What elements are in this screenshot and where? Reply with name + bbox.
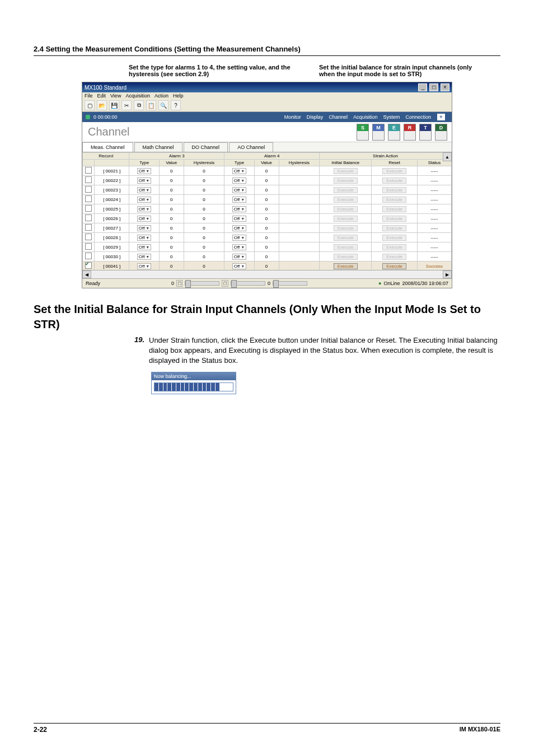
alarm3-hysteresis[interactable]: 0	[184, 262, 224, 270]
alarm3-type-dropdown[interactable]: Off▼	[129, 214, 159, 223]
alarm4-value[interactable]: 0	[254, 223, 279, 233]
alarm4-hysteresis[interactable]	[279, 185, 320, 195]
record-checkbox[interactable]	[83, 185, 95, 195]
alarm4-type-dropdown[interactable]: Off▼	[224, 195, 254, 204]
tab-do-channel[interactable]: DO Channel	[184, 142, 228, 152]
slider-1[interactable]	[185, 281, 219, 286]
alarm4-hysteresis[interactable]	[279, 166, 320, 176]
alarm3-value[interactable]: 0	[159, 214, 184, 223]
alarm4-type-dropdown[interactable]: Off▼	[224, 204, 254, 214]
tab-meas-channel[interactable]: Meas. Channel	[82, 142, 133, 152]
alarm4-value[interactable]: 0	[254, 185, 279, 195]
alarm4-hysteresis[interactable]	[279, 252, 320, 262]
nav-channel[interactable]: Channel	[329, 114, 348, 120]
record-checkbox[interactable]	[83, 223, 95, 233]
alarm3-type-dropdown[interactable]: Off▼	[129, 176, 159, 185]
record-checkbox[interactable]	[83, 204, 95, 214]
menu-file[interactable]: File	[85, 93, 93, 99]
alarm4-type-dropdown[interactable]: Off▼	[224, 214, 254, 223]
alarm3-hysteresis[interactable]: 0	[184, 185, 224, 195]
alarm4-hysteresis[interactable]	[279, 233, 320, 242]
record-checkbox[interactable]	[83, 242, 95, 252]
alarm4-type-dropdown[interactable]: Off▼	[224, 166, 254, 176]
tab-math-channel[interactable]: Math Channel	[134, 142, 182, 152]
record-checkbox[interactable]	[83, 233, 95, 242]
alarm4-type-dropdown[interactable]: Off▼	[224, 252, 254, 262]
alarm4-value[interactable]: 0	[254, 252, 279, 262]
alarm3-hysteresis[interactable]: 0	[184, 223, 224, 233]
alarm3-type-dropdown[interactable]: Off▼	[129, 252, 159, 262]
alarm4-hysteresis[interactable]	[279, 204, 320, 214]
initial-balance-button[interactable]: Execute	[320, 262, 372, 270]
alarm4-value[interactable]: 0	[254, 195, 279, 204]
alarm3-value[interactable]: 0	[159, 262, 184, 270]
status-box-r[interactable]: R	[404, 124, 416, 141]
alarm4-hysteresis[interactable]	[279, 223, 320, 233]
alarm3-value[interactable]: 0	[159, 176, 184, 185]
tab-ao-channel[interactable]: AO Channel	[229, 142, 273, 152]
alarm3-type-dropdown[interactable]: Off▼	[129, 204, 159, 214]
nav-system[interactable]: System	[383, 114, 400, 120]
alarm3-hysteresis[interactable]: 0	[184, 242, 224, 252]
status-box-d[interactable]: D	[435, 124, 447, 141]
alarm3-hysteresis[interactable]: 0	[184, 176, 224, 185]
alarm3-value[interactable]: 0	[159, 252, 184, 262]
alarm3-type-dropdown[interactable]: Off▼	[129, 166, 159, 176]
help-icon[interactable]: ?	[171, 100, 181, 110]
horizontal-scrollbar[interactable]: ◀ ▶	[82, 270, 452, 278]
alarm4-hysteresis[interactable]	[279, 214, 320, 223]
nav-connection[interactable]: Connection	[405, 114, 431, 120]
minimize-icon[interactable]: _	[418, 83, 427, 91]
alarm4-type-dropdown[interactable]: Off▼	[224, 176, 254, 185]
slider-2[interactable]	[231, 281, 265, 286]
menu-acquisition[interactable]: Acquisition	[125, 93, 150, 99]
nav-monitor[interactable]: Monitor	[284, 114, 301, 120]
alarm4-value[interactable]: 0	[254, 242, 279, 252]
alarm4-value[interactable]: 0	[254, 262, 279, 270]
alarm3-type-dropdown[interactable]: Off▼	[129, 195, 159, 204]
alarm3-value[interactable]: 0	[159, 185, 184, 195]
scroll-up-icon[interactable]: ▲	[443, 152, 452, 161]
alarm3-value[interactable]: 0	[159, 233, 184, 242]
open-icon[interactable]: 📂	[97, 100, 107, 110]
alarm4-type-dropdown[interactable]: Off▼	[224, 262, 254, 270]
alarm3-type-dropdown[interactable]: Off▼	[129, 223, 159, 233]
alarm4-value[interactable]: 0	[254, 166, 279, 176]
alarm3-value[interactable]: 0	[159, 242, 184, 252]
record-checkbox[interactable]	[83, 262, 95, 270]
alarm3-type-dropdown[interactable]: Off▼	[129, 262, 159, 270]
alarm4-value[interactable]: 0	[254, 233, 279, 242]
alarm3-value[interactable]: 0	[159, 204, 184, 214]
scroll-track[interactable]	[91, 270, 443, 278]
alarm4-hysteresis[interactable]	[279, 262, 320, 270]
alarm3-value[interactable]: 0	[159, 166, 184, 176]
alarm4-type-dropdown[interactable]: Off▼	[224, 223, 254, 233]
scroll-right-icon[interactable]: ▶	[443, 270, 452, 278]
alarm4-type-dropdown[interactable]: Off▼	[224, 242, 254, 252]
record-checkbox[interactable]	[83, 166, 95, 176]
new-icon[interactable]: ▢	[85, 100, 95, 110]
alarm3-hysteresis[interactable]: 0	[184, 252, 224, 262]
nav-display[interactable]: Display	[307, 114, 324, 120]
record-checkbox[interactable]	[83, 176, 95, 185]
status-box-e[interactable]: E	[388, 124, 400, 141]
alarm3-type-dropdown[interactable]: Off▼	[129, 233, 159, 242]
expand-icon[interactable]: +	[437, 113, 446, 121]
menu-edit[interactable]: Edit	[97, 93, 106, 99]
alarm4-hysteresis[interactable]	[279, 195, 320, 204]
copy-icon[interactable]: ⧉	[134, 100, 144, 110]
reset-button[interactable]: Execute	[372, 262, 418, 270]
alarm4-hysteresis[interactable]	[279, 242, 320, 252]
alarm3-hysteresis[interactable]: 0	[184, 214, 224, 223]
close-icon[interactable]: ×	[441, 83, 449, 91]
alarm3-hysteresis[interactable]: 0	[184, 204, 224, 214]
find-icon[interactable]: 🔍	[158, 100, 168, 110]
alarm4-type-dropdown[interactable]: Off▼	[224, 233, 254, 242]
alarm4-hysteresis[interactable]	[279, 176, 320, 185]
record-checkbox[interactable]	[83, 195, 95, 204]
slider-3[interactable]	[273, 281, 307, 286]
alarm3-hysteresis[interactable]: 0	[184, 166, 224, 176]
menu-action[interactable]: Action	[154, 93, 168, 99]
alarm3-type-dropdown[interactable]: Off▼	[129, 242, 159, 252]
alarm3-value[interactable]: 0	[159, 195, 184, 204]
